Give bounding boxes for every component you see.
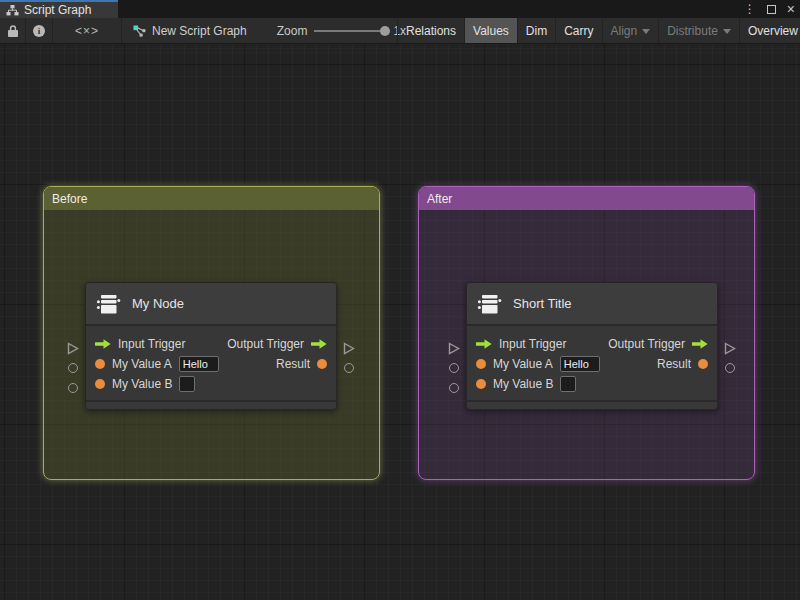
group-after-header[interactable]: After — [419, 187, 754, 210]
port-label: My Value A — [112, 357, 172, 371]
overview-button[interactable]: Overview — [739, 18, 800, 43]
node-body: Input Trigger Output Trigger My Value A … — [467, 326, 717, 400]
lock-icon — [8, 25, 18, 37]
port-label: Result — [657, 357, 691, 371]
distribute-button[interactable]: Distribute — [658, 18, 739, 43]
values-label: Values — [473, 24, 509, 38]
outer-value-b-port[interactable] — [68, 383, 78, 393]
close-icon[interactable]: × — [787, 2, 795, 16]
node-title: Short Title — [513, 296, 572, 311]
distribute-label: Distribute — [667, 24, 718, 38]
outer-output-trigger-port[interactable] — [343, 341, 355, 359]
lock-button[interactable] — [0, 18, 26, 43]
port-label: Result — [276, 357, 310, 371]
port-label: My Value B — [112, 377, 172, 391]
zoom-slider-handle[interactable] — [380, 26, 390, 36]
tab-script-graph[interactable]: Script Graph — [0, 0, 118, 18]
value-a-input[interactable] — [179, 356, 219, 372]
code-icon: <×> — [75, 24, 99, 38]
window-controls: ⋮ × — [744, 0, 795, 18]
outer-value-a-port[interactable] — [68, 363, 78, 373]
input-trigger-port-icon[interactable] — [476, 339, 492, 349]
port-row-value-b: My Value B — [467, 374, 717, 394]
maximize-icon[interactable] — [767, 5, 776, 14]
toolbar-middle: New Script Graph Zoom 1x — [122, 18, 406, 43]
port-row-value-a: My Value A Result — [467, 354, 717, 374]
graph-canvas[interactable]: Before After My Node — [0, 44, 800, 600]
node-body: Input Trigger Output Trigger My Value A … — [86, 326, 336, 400]
chevron-down-icon — [723, 29, 731, 34]
outer-result-port[interactable] — [344, 363, 354, 373]
graph-asset-icon — [133, 25, 146, 37]
overview-label: Overview — [748, 24, 798, 38]
info-button[interactable]: i — [26, 18, 53, 43]
port-label: Output Trigger — [608, 337, 685, 351]
zoom-slider[interactable] — [314, 30, 386, 32]
port-label: Input Trigger — [118, 337, 185, 351]
relations-button[interactable]: Relations — [397, 18, 464, 43]
port-label: My Value B — [493, 377, 553, 391]
value-b-port-icon[interactable] — [476, 379, 486, 389]
value-a-port-icon[interactable] — [476, 359, 486, 369]
output-trigger-port-icon[interactable] — [311, 339, 327, 349]
node-footer — [86, 400, 336, 409]
outer-result-port[interactable] — [725, 363, 735, 373]
port-label: My Value A — [493, 357, 553, 371]
value-b-port-icon[interactable] — [95, 379, 105, 389]
outer-output-trigger-port[interactable] — [724, 341, 736, 359]
group-title: Before — [52, 192, 87, 206]
code-button[interactable]: <×> — [53, 18, 122, 43]
port-row-trigger: Input Trigger Output Trigger — [467, 334, 717, 354]
outer-value-a-port[interactable] — [449, 363, 459, 373]
node-my-node[interactable]: My Node Input Trigger Output Trigger My … — [85, 282, 337, 410]
port-row-trigger: Input Trigger Output Trigger — [86, 334, 336, 354]
port-label: Input Trigger — [499, 337, 566, 351]
value-b-input[interactable] — [179, 376, 195, 392]
tab-bar: Script Graph ⋮ × — [0, 0, 800, 18]
dim-button[interactable]: Dim — [517, 18, 555, 43]
align-button[interactable]: Align — [602, 18, 659, 43]
node-header[interactable]: My Node — [86, 283, 336, 326]
input-trigger-port-icon[interactable] — [95, 339, 111, 349]
group-title: After — [427, 192, 452, 206]
port-row-value-b: My Value B — [86, 374, 336, 394]
result-port-icon[interactable] — [317, 359, 327, 369]
graph-toolbar: i <×> New Script Graph Zoom 1x Relations — [0, 18, 800, 44]
carry-button[interactable]: Carry — [555, 18, 601, 43]
toolbar-toggles: Relations Values Dim Carry Align Distrib… — [397, 18, 800, 43]
outer-input-trigger-port[interactable] — [67, 341, 79, 359]
script-graph-icon — [6, 5, 19, 16]
node-short-title[interactable]: Short Title Input Trigger Output Trigger… — [466, 282, 718, 410]
window-menu-icon[interactable]: ⋮ — [744, 3, 756, 15]
result-port-icon[interactable] — [698, 359, 708, 369]
group-before-header[interactable]: Before — [44, 187, 379, 210]
outer-input-trigger-port[interactable] — [448, 341, 460, 359]
value-b-input[interactable] — [560, 376, 576, 392]
unit-icon — [477, 291, 503, 317]
value-a-input[interactable] — [560, 356, 600, 372]
port-label: Output Trigger — [227, 337, 304, 351]
carry-label: Carry — [564, 24, 593, 38]
zoom-control: Zoom 1x — [277, 24, 406, 38]
zoom-label: Zoom — [277, 24, 308, 38]
dim-label: Dim — [526, 24, 547, 38]
values-button[interactable]: Values — [464, 18, 517, 43]
node-title: My Node — [132, 296, 184, 311]
port-row-value-a: My Value A Result — [86, 354, 336, 374]
tab-title: Script Graph — [24, 3, 91, 17]
chevron-down-icon — [642, 29, 650, 34]
node-header[interactable]: Short Title — [467, 283, 717, 326]
value-a-port-icon[interactable] — [95, 359, 105, 369]
info-icon: i — [33, 25, 45, 37]
node-footer — [467, 400, 717, 409]
graph-name-label: New Script Graph — [152, 24, 247, 38]
outer-value-b-port[interactable] — [449, 383, 459, 393]
align-label: Align — [611, 24, 638, 38]
relations-label: Relations — [406, 24, 456, 38]
unit-icon — [96, 291, 122, 317]
output-trigger-port-icon[interactable] — [692, 339, 708, 349]
